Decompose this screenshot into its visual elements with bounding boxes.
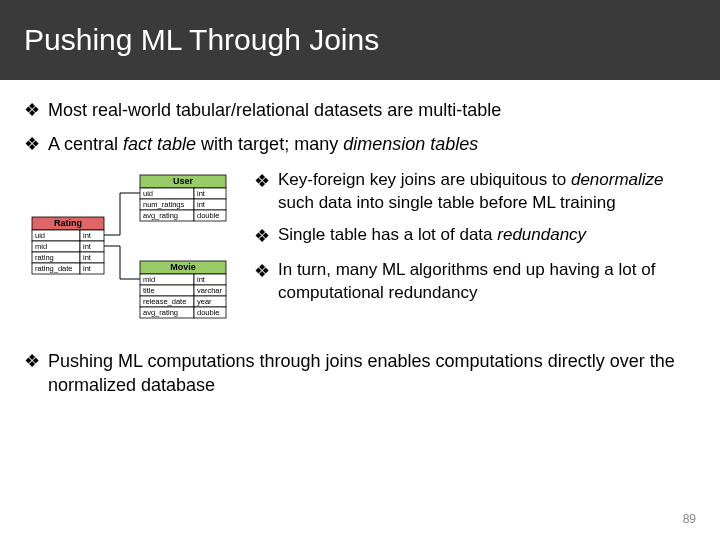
bullet-text: A central fact table with target; many d… [48,132,696,156]
svg-text:mid: mid [35,242,47,251]
table-user: User uidint num_ratingsint avg_ratingdou… [140,175,226,221]
svg-text:int: int [83,231,92,240]
bullet-text: Pushing ML computations through joins en… [48,349,696,398]
svg-text:double: double [197,308,220,317]
svg-text:avg_rating: avg_rating [143,211,178,220]
bullet-italic: dimension tables [343,134,478,154]
bullets-mid: ❖ Key-foreign key joins are ubiquitous t… [254,169,696,339]
svg-text:num_ratings: num_ratings [143,200,185,209]
table-title: User [173,176,194,186]
bullet-frag: with target; many [196,134,343,154]
svg-text:int: int [197,275,206,284]
svg-text:int: int [197,189,206,198]
diamond-icon: ❖ [254,259,270,283]
table-title: Movie [170,262,196,272]
bullet-mid-2: ❖ Single table has a lot of data redunda… [254,224,696,248]
bullet-top-2: ❖ A central fact table with target; many… [24,132,696,156]
bullet-text: Single table has a lot of data redundanc… [278,224,696,247]
svg-text:double: double [197,211,220,220]
table-title: Rating [54,218,82,228]
svg-text:int: int [197,200,206,209]
bullet-top-1: ❖ Most real-world tabular/relational dat… [24,98,696,122]
svg-text:release_date: release_date [143,297,186,306]
svg-text:uid: uid [143,189,153,198]
diamond-icon: ❖ [24,349,40,373]
bullet-frag: A central [48,134,123,154]
bullet-italic: denormalize [571,170,664,189]
slide-body: ❖ Most real-world tabular/relational dat… [0,80,720,397]
bullet-text: Most real-world tabular/relational datas… [48,98,696,122]
schema-diagram: Rating uidint midint ratingint rating_da… [30,169,240,339]
svg-text:year: year [197,297,212,306]
svg-text:avg_rating: avg_rating [143,308,178,317]
bullet-mid-1: ❖ Key-foreign key joins are ubiquitous t… [254,169,696,215]
svg-text:uid: uid [35,231,45,240]
svg-text:mid: mid [143,275,155,284]
bullet-text: Key-foreign key joins are ubiquitous to … [278,169,696,215]
table-rating: Rating uidint midint ratingint rating_da… [32,217,104,274]
svg-text:int: int [83,242,92,251]
table-movie: Movie midint titlevarchar release_dateye… [140,261,226,318]
title-bar: Pushing ML Through Joins [0,0,720,80]
bullet-mid-3: ❖ In turn, many ML algorithms end up hav… [254,259,696,305]
svg-text:rating: rating [35,253,54,262]
bullet-text: In turn, many ML algorithms end up havin… [278,259,696,305]
svg-text:int: int [83,253,92,262]
page-number: 89 [683,512,696,526]
diamond-icon: ❖ [254,224,270,248]
svg-text:title: title [143,286,155,295]
bullet-frag: such data into single table before ML tr… [278,193,616,212]
diamond-icon: ❖ [24,132,40,156]
bullet-bottom: ❖ Pushing ML computations through joins … [24,349,696,398]
diamond-icon: ❖ [24,98,40,122]
svg-text:rating_date: rating_date [35,264,73,273]
bullet-frag: Key-foreign key joins are ubiquitous to [278,170,571,189]
bullet-italic: fact table [123,134,196,154]
join-line-movie [104,246,140,279]
slide: Pushing ML Through Joins ❖ Most real-wor… [0,0,720,540]
svg-text:varchar: varchar [197,286,223,295]
diamond-icon: ❖ [254,169,270,193]
svg-text:int: int [83,264,92,273]
slide-title: Pushing ML Through Joins [24,23,379,57]
bullet-frag: Single table has a lot of data [278,225,497,244]
join-line-user [104,193,140,235]
mid-row: Rating uidint midint ratingint rating_da… [24,169,696,339]
bullet-italic: redundancy [497,225,586,244]
